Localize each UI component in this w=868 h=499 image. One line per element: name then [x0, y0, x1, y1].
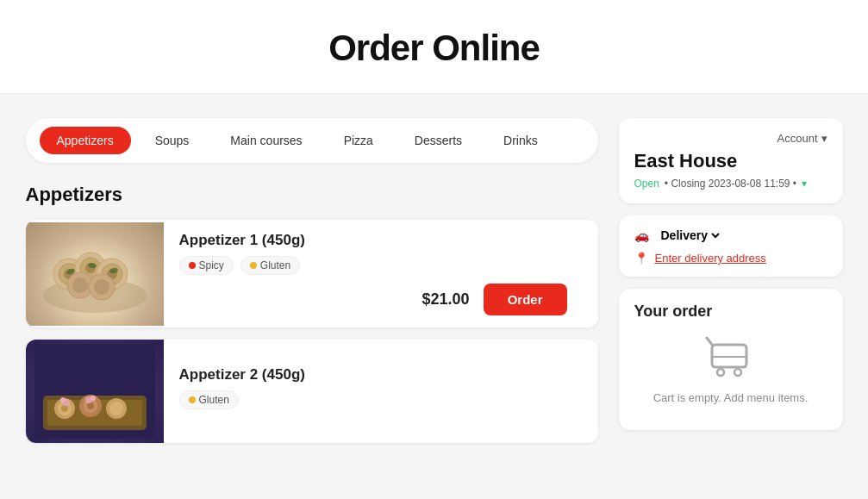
gluten-dot-2 — [189, 396, 196, 403]
menu-item-1-image — [26, 222, 164, 326]
chevron-down-icon: ▾ — [821, 132, 827, 145]
delivery-car-icon: 🚗 — [634, 228, 649, 242]
enter-address-link[interactable]: Enter delivery address — [655, 252, 766, 265]
tag-gluten: Gluten — [240, 256, 300, 275]
main-content: Appetizers Soups Main courses Pizza Dess… — [12, 94, 857, 479]
address-row: 📍 Enter delivery address — [634, 252, 827, 265]
menu-item-2-tags: Gluten — [179, 390, 567, 409]
menu-item-2-name: Appetizer 2 (450g) — [179, 366, 567, 384]
cart-icon-wrap — [634, 336, 827, 379]
svg-point-36 — [734, 369, 741, 376]
delivery-card: 🚗 Delivery 📍 Enter delivery address — [619, 215, 843, 277]
food-illustration-2 — [34, 344, 155, 439]
svg-point-13 — [94, 279, 109, 295]
delivery-select[interactable]: Delivery — [658, 228, 722, 243]
cart-empty-text: Cart is empty. Add menu items. — [634, 391, 827, 404]
svg-point-11 — [72, 278, 88, 293]
tab-soups[interactable]: Soups — [138, 127, 207, 154]
tab-desserts[interactable]: Desserts — [397, 127, 479, 154]
your-order-title: Your order — [634, 303, 827, 321]
tab-drinks[interactable]: Drinks — [486, 127, 555, 154]
category-tabs: Appetizers Soups Main courses Pizza Dess… — [26, 118, 598, 163]
svg-point-35 — [717, 369, 724, 376]
menu-item-1-name: Appetizer 1 (450g) — [179, 232, 567, 249]
location-pin-icon: 📍 — [634, 252, 648, 265]
menu-item-1-footer: $21.00 Order — [179, 284, 567, 315]
tab-pizza[interactable]: Pizza — [327, 127, 390, 154]
left-panel: Appetizers Soups Main courses Pizza Dess… — [26, 118, 598, 455]
food-illustration-1 — [34, 227, 155, 321]
restaurant-card: Account ▾ East House Open • Closing 2023… — [619, 118, 843, 203]
menu-item-1: Appetizer 1 (450g) Spicy Gluten $21.00 O… — [26, 220, 598, 327]
menu-item-1-price: $21.00 — [422, 290, 470, 309]
delivery-row: 🚗 Delivery — [634, 228, 827, 243]
restaurant-name: East House — [634, 150, 827, 172]
svg-point-27 — [109, 402, 123, 415]
closing-time: • Closing 2023-08-08 11:59 • — [665, 178, 796, 190]
account-label: Account — [777, 132, 818, 145]
section-title: Appetizers — [26, 184, 598, 206]
menu-item-2-image — [26, 340, 164, 443]
svg-point-22 — [61, 405, 68, 412]
svg-point-29 — [60, 397, 66, 402]
spicy-dot — [189, 262, 196, 269]
right-panel: Account ▾ East House Open • Closing 2023… — [619, 118, 843, 455]
account-row[interactable]: Account ▾ — [634, 132, 827, 145]
tab-appetizers[interactable]: Appetizers — [40, 127, 131, 154]
status-chevron: ▾ — [802, 178, 807, 190]
menu-item-2: Appetizer 2 (450g) Gluten — [26, 340, 598, 443]
tab-main-courses[interactable]: Main courses — [213, 127, 319, 154]
tag-gluten-2: Gluten — [179, 390, 239, 409]
svg-point-25 — [87, 402, 94, 409]
open-label: Open — [634, 178, 659, 190]
page-title: Order Online — [0, 28, 868, 69]
menu-item-1-tags: Spicy Gluten — [179, 256, 567, 275]
order-button-1[interactable]: Order — [484, 284, 567, 315]
gluten-dot — [250, 262, 257, 269]
cart-icon — [705, 336, 757, 379]
order-card: Your order Cart is empty. Add menu items… — [619, 289, 843, 430]
svg-point-31 — [91, 396, 96, 401]
menu-item-2-body: Appetizer 2 (450g) Gluten — [164, 354, 583, 428]
svg-line-33 — [707, 338, 712, 345]
open-status: Open • Closing 2023-08-08 11:59 • ▾ — [634, 178, 827, 190]
tag-spicy: Spicy — [179, 256, 234, 275]
menu-item-1-body: Appetizer 1 (450g) Spicy Gluten $21.00 O… — [164, 220, 583, 327]
page-header: Order Online — [0, 0, 868, 94]
